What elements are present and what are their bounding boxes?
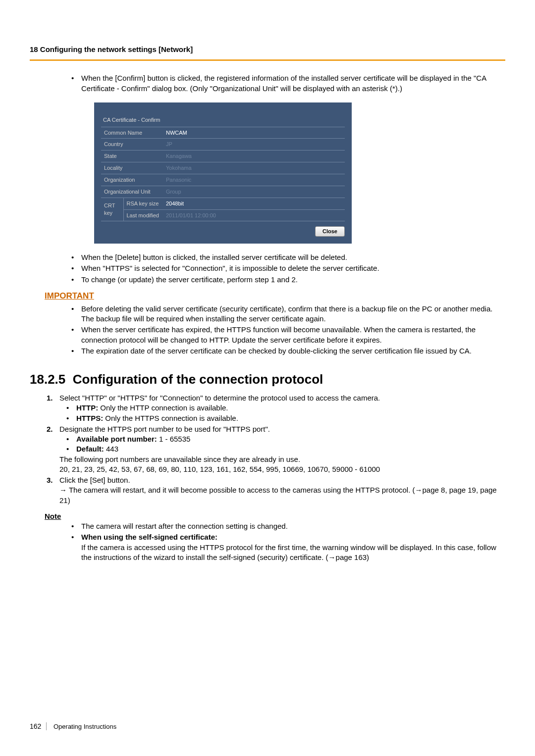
cert-value: Panasonic bbox=[163, 174, 345, 186]
step-text: Designate the HTTPS port number to be us… bbox=[59, 425, 270, 433]
section-number: 18.2.5 bbox=[30, 372, 65, 387]
unavailable-ports-list: 20, 21, 23, 25, 42, 53, 67, 68, 69, 80, … bbox=[59, 464, 505, 474]
cert-value: Yokohama bbox=[163, 162, 345, 174]
page-number: 162 bbox=[30, 722, 47, 730]
unavailable-ports-intro: The following port numbers are unavailab… bbox=[59, 454, 505, 464]
table-row: Common NameNWCAM bbox=[101, 127, 345, 139]
table-row: CRT key RSA key size 2048bit bbox=[101, 198, 345, 209]
sub-item: HTTPS: Only the HTTPS connection is avai… bbox=[59, 413, 505, 423]
step-text: Select "HTTP" or "HTTPS" for "Connection… bbox=[59, 394, 380, 402]
cert-label: State bbox=[101, 151, 163, 162]
note-text: If the camera is accessed using the HTTP… bbox=[81, 543, 496, 561]
crt-value: 2011/01/01 12:00:00 bbox=[163, 209, 345, 221]
step-number: 2. bbox=[47, 424, 53, 434]
intro-bullet: When the [Confirm] button is clicked, th… bbox=[64, 73, 505, 94]
important-heading: IMPORTANT bbox=[45, 291, 505, 302]
note-subheading: When using the self-signed certificate: bbox=[81, 533, 217, 541]
list-item: To change (or update) the server certifi… bbox=[64, 275, 505, 285]
document-page: 18 Configuring the network settings [Net… bbox=[0, 0, 535, 756]
important-item: The expiration date of the server certif… bbox=[64, 346, 505, 356]
crt-key-label: CRT key bbox=[101, 198, 123, 221]
table-row: OrganizationPanasonic bbox=[101, 174, 345, 186]
crt-value: 2048bit bbox=[163, 198, 345, 209]
section-heading: 18.2.5 Configuration of the connection p… bbox=[30, 371, 505, 388]
step-3: 3. Click the [Set] button. → The camera … bbox=[40, 475, 505, 505]
table-row: LocalityYokohama bbox=[101, 162, 345, 174]
page-footer: 162 Operating Instructions bbox=[30, 722, 116, 731]
step-2: 2. Designate the HTTPS port number to be… bbox=[40, 424, 505, 474]
content-block-1: When the [Confirm] button is clicked, th… bbox=[64, 73, 505, 285]
cert-label: Common Name bbox=[101, 127, 163, 139]
close-button[interactable]: Close bbox=[315, 226, 345, 237]
page-header-title: 18 Configuring the network settings [Net… bbox=[30, 45, 505, 54]
crt-sublabel: Last modified bbox=[123, 209, 163, 221]
header-divider bbox=[30, 59, 505, 61]
table-row: CountryJP bbox=[101, 139, 345, 151]
cert-label: Organizational Unit bbox=[101, 186, 163, 198]
table-row: Last modified 2011/01/01 12:00:00 bbox=[101, 209, 345, 221]
cert-label: Country bbox=[101, 139, 163, 151]
cert-value: NWCAM bbox=[163, 127, 345, 139]
note-item: When using the self-signed certificate: … bbox=[64, 532, 505, 562]
cert-value: Group bbox=[163, 186, 345, 198]
footer-doc-title: Operating Instructions bbox=[54, 723, 116, 730]
list-item: When "HTTPS" is selected for "Connection… bbox=[64, 263, 505, 273]
important-item: When the server certificate has expired,… bbox=[64, 325, 505, 345]
cert-value: Kanagawa bbox=[163, 151, 345, 162]
cert-label: Organization bbox=[101, 174, 163, 186]
step-result: → The camera will restart, and it will b… bbox=[59, 485, 505, 505]
list-item: When the [Delete] button is clicked, the… bbox=[64, 252, 505, 262]
step-1: 1. Select "HTTP" or "HTTPS" for "Connect… bbox=[40, 393, 505, 423]
step-number: 1. bbox=[47, 393, 53, 403]
dialog-title: CA Certificate - Confirm bbox=[101, 113, 345, 127]
ca-certificate-confirm-dialog: CA Certificate - Confirm Common NameNWCA… bbox=[94, 102, 352, 244]
sub-item: Available port number: 1 - 65535 bbox=[59, 434, 505, 444]
cert-value: JP bbox=[163, 139, 345, 151]
crt-sublabel: RSA key size bbox=[123, 198, 163, 209]
note-item: The camera will restart after the connec… bbox=[64, 521, 505, 531]
section-title: Configuration of the connection protocol bbox=[73, 372, 323, 387]
cert-label: Locality bbox=[101, 162, 163, 174]
table-row: StateKanagawa bbox=[101, 151, 345, 162]
sub-item: Default: 443 bbox=[59, 444, 505, 454]
step-number: 3. bbox=[47, 475, 53, 485]
arrow-icon: → bbox=[59, 486, 67, 494]
note-heading: Note bbox=[45, 511, 505, 521]
table-row: Organizational UnitGroup bbox=[101, 186, 345, 198]
important-item: Before deleting the valid server certifi… bbox=[64, 304, 505, 324]
certificate-table: Common NameNWCAM CountryJP StateKanagawa… bbox=[101, 127, 345, 222]
step-text: Click the [Set] button. bbox=[59, 476, 130, 484]
sub-item: HTTP: Only the HTTP connection is availa… bbox=[59, 403, 505, 413]
